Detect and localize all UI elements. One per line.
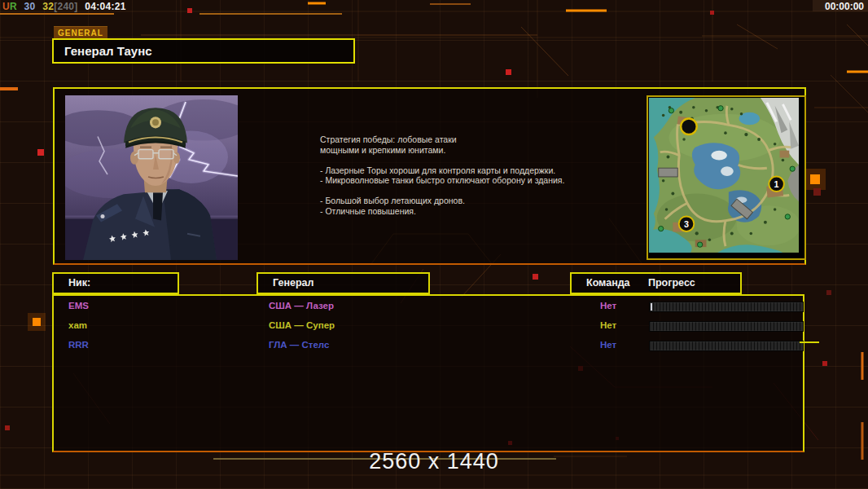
tab-general[interactable]: GENERAL [54,26,107,39]
map-preview-image: 1 3 [649,98,799,253]
player-general: США — Супер [269,320,335,330]
general-portrait-image [65,95,238,260]
player-nick: EMS [68,301,89,311]
resolution-watermark: 2560 x 1440 [0,449,868,474]
player-progress-bar [649,341,804,351]
progress-cursor [651,303,652,311]
general-name: Генерал Таунс [54,40,353,62]
player-row-2[interactable]: xam США — Супер Нет [54,320,803,340]
svg-text:1: 1 [774,179,779,189]
team-header-label: Команда [586,274,630,293]
player-progress-bar [649,321,804,332]
debug-ur-r: R [10,1,17,12]
debug-time: 04:04:21 [85,1,125,12]
player-nick: xam [68,320,87,330]
debug-ur-u: U [2,1,10,12]
player-nick: RRR [68,340,89,350]
game-screen: UR 30 32[240] 04:04:21 00:00:00 GENERAL … [0,0,868,489]
player-team: Нет [600,320,616,330]
column-header-nick: Ник: [52,272,179,294]
player-list-panel: EMS США — Лазер Нет xam США — Супер Нет … [52,294,804,452]
general-portrait [65,95,238,260]
strategy-description: Стратегия победы: лобовые атаки мощными … [320,134,597,216]
player-team: Нет [600,301,616,311]
match-timer: 00:00:00 [825,1,864,12]
svg-text:3: 3 [684,219,689,229]
progress-header-label: Прогресс [648,274,695,293]
column-header-general: Генерал [256,272,430,294]
column-header-team-progress: Команда Прогресс [570,272,742,294]
debug-stats: UR 30 32[240] 04:04:21 [2,1,126,12]
debug-cap: [240] [54,1,78,12]
map-start-marker-1: 1 [769,176,784,192]
debug-fps: 30 [24,1,36,12]
nick-header-label: Ник: [68,274,90,293]
player-progress-bar [649,302,804,312]
general-name-box: Генерал Таунс [52,38,355,64]
debug-frame: 32 [42,1,54,12]
map-start-marker-black [681,119,697,135]
general-info-panel: Стратегия победы: лобовые атаки мощными … [53,87,806,265]
general-header-label: Генерал [273,274,313,293]
player-row-1[interactable]: EMS США — Лазер Нет [54,301,803,320]
player-row-3[interactable]: RRR ГЛА — Стелс Нет [54,340,803,359]
map-start-marker-3: 3 [679,216,695,231]
player-general: ГЛА — Стелс [269,340,329,350]
player-team: Нет [600,340,616,350]
player-general: США — Лазер [269,301,334,311]
map-preview: 1 3 [647,95,806,260]
